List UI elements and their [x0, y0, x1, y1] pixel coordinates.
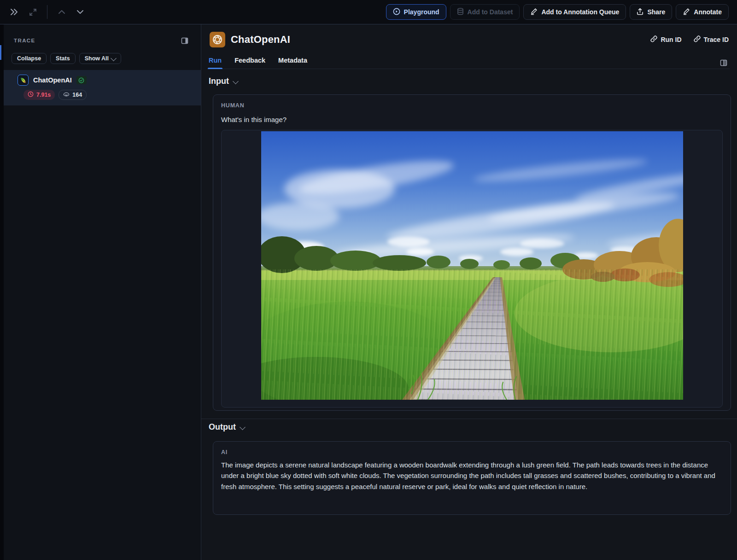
- input-section-heading[interactable]: Input: [209, 76, 238, 86]
- trace-item-name: ChatOpenAI: [33, 76, 72, 84]
- collapse-sidebar-icon[interactable]: [8, 6, 20, 18]
- add-to-annotation-queue-button[interactable]: Add to Annotation Queue: [523, 4, 626, 20]
- play-circle-icon: [393, 8, 400, 17]
- database-icon: [457, 8, 464, 17]
- share-icon: [637, 8, 643, 17]
- output-section-heading[interactable]: Output: [209, 422, 245, 432]
- stats-button[interactable]: Stats: [50, 53, 76, 64]
- tab-run[interactable]: Run: [209, 52, 222, 69]
- chevron-down-icon: [233, 78, 239, 84]
- toolbar-divider: [47, 5, 47, 19]
- output-message-card: AI The image depicts a serene natural la…: [213, 441, 731, 515]
- trace-sidebar: TRACE Collapse Stats Show All: [4, 24, 201, 560]
- output-message-text: The image depicts a serene natural lands…: [221, 460, 723, 492]
- run-id-link[interactable]: Run ID: [650, 35, 681, 44]
- background-selected-row-indicator: [0, 45, 1, 60]
- run-detail-panel: ChatOpenAI Run ID Trace ID Run Feedba: [201, 24, 737, 560]
- playground-button[interactable]: Playground: [386, 4, 446, 20]
- page-title: ChatOpenAI: [231, 34, 290, 46]
- show-all-dropdown[interactable]: Show All: [79, 53, 121, 64]
- link-icon: [694, 35, 701, 44]
- message-role-label: HUMAN: [221, 102, 723, 109]
- background-page-strip: [0, 24, 4, 560]
- share-button[interactable]: Share: [630, 4, 672, 20]
- trace-tree-item-chatopenai[interactable]: ChatOpenAI 7.91s 164: [4, 70, 201, 105]
- annotate-button[interactable]: Annotate: [676, 4, 729, 20]
- trace-id-link[interactable]: Trace ID: [694, 35, 729, 44]
- message-role-label: AI: [221, 449, 723, 455]
- pen-icon: [530, 8, 538, 17]
- link-icon: [650, 35, 657, 44]
- latency-badge: 7.91s: [23, 90, 55, 100]
- tab-feedback[interactable]: Feedback: [234, 52, 265, 69]
- check-circle-icon: [76, 76, 87, 84]
- prev-icon[interactable]: [56, 6, 68, 18]
- chevron-down-icon: [111, 55, 117, 61]
- panel-toggle-icon[interactable]: [179, 35, 191, 47]
- token-count-badge: 164: [58, 90, 87, 100]
- section-divider: [201, 419, 737, 419]
- trace-drawer: Playground Add to Dataset Add to Annotat…: [0, 0, 737, 560]
- top-toolbar: Playground Add to Dataset Add to Annotat…: [0, 0, 737, 24]
- pen-icon: [683, 8, 690, 17]
- trace-panel-title: TRACE: [14, 38, 35, 43]
- attached-image-frame: [221, 130, 723, 408]
- next-icon[interactable]: [74, 6, 86, 18]
- chevron-down-icon: [240, 424, 246, 430]
- run-tabs: Run Feedback Metadata: [209, 52, 730, 69]
- parrot-icon: [18, 75, 29, 86]
- add-to-dataset-button: Add to Dataset: [450, 4, 520, 20]
- tab-metadata[interactable]: Metadata: [278, 52, 307, 69]
- boardwalk-photo: [261, 131, 683, 400]
- input-message-text: What's in this image?: [221, 114, 723, 125]
- token-icon: [63, 92, 70, 98]
- panel-toggle-icon[interactable]: [718, 57, 730, 69]
- collapse-button[interactable]: Collapse: [12, 53, 47, 64]
- input-message-card: HUMAN What's in this image?: [213, 94, 731, 411]
- openai-logo: [210, 32, 225, 47]
- clock-icon: [28, 91, 34, 99]
- expand-icon[interactable]: [27, 6, 39, 18]
